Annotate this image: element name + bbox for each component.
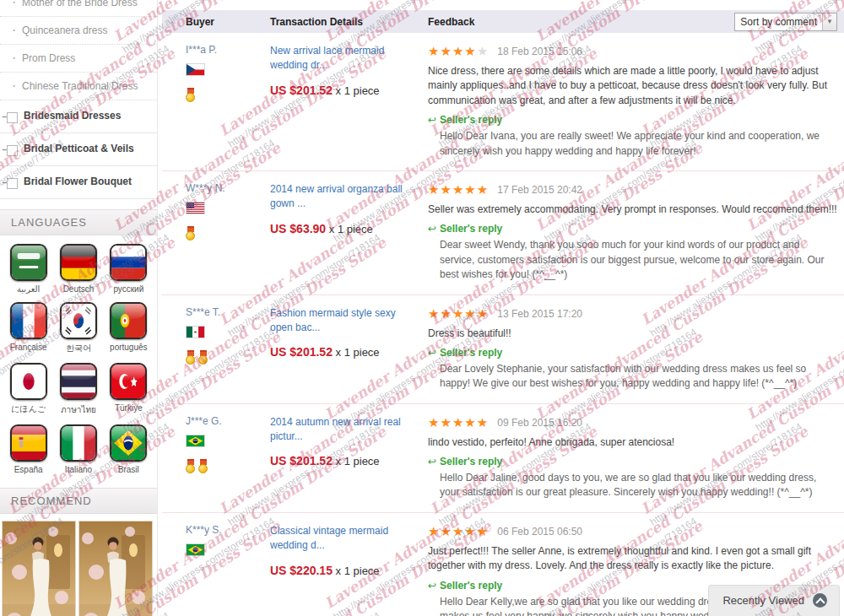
feedback-date: 18 Feb 2015 15:06 xyxy=(497,46,582,57)
buyer-medals xyxy=(186,459,270,473)
buyer-name-link[interactable]: S***e T. xyxy=(186,306,270,318)
language-label: русский xyxy=(113,284,143,294)
collapse-icon[interactable] xyxy=(7,112,18,123)
sidebar: Mother of the Bride DressQuinceanera dre… xyxy=(0,0,158,616)
header-transaction: Transaction Details xyxy=(270,16,428,28)
star-filled-icon: ★ xyxy=(452,182,463,197)
language-option-kr[interactable]: 한국어 xyxy=(53,302,103,354)
seller-reply-text: Dear Lovely Stephanie, your satisfaction… xyxy=(440,362,844,392)
sidebar-category-item[interactable]: Bridal Petticoat & Veils xyxy=(0,133,157,166)
star-rating: ★★★★★ xyxy=(428,524,489,539)
language-label: ภาษาไทย xyxy=(61,403,96,416)
buyer-name-link[interactable]: I***a P. xyxy=(186,44,270,56)
feedback-row: W***y N. 2014 new arrival organza ball g… xyxy=(162,171,844,295)
feedback-row: I***a P. New arrival lace mermaid weddin… xyxy=(162,33,844,171)
star-filled-icon: ★ xyxy=(428,44,439,58)
sidebar-category-label: Mother of the Bride Dress xyxy=(22,0,138,8)
product-link[interactable]: Classical vintage mermaid wedding d... xyxy=(270,524,415,554)
star-filled-icon: ★ xyxy=(464,415,475,430)
recommend-product-image[interactable]: LAVENDER xyxy=(78,521,153,616)
sidebar-category-item[interactable]: Bridal Flower Bouquet xyxy=(0,166,157,199)
language-option-br[interactable]: Brasil xyxy=(104,424,154,474)
language-option-de[interactable]: Deutsch xyxy=(53,244,103,294)
buyer-country-flag-icon xyxy=(186,543,205,556)
seller-reply-line: Seller's reply xyxy=(428,223,844,235)
buyer-name-link[interactable]: K***y S. xyxy=(186,524,270,536)
star-filled-icon: ★ xyxy=(428,524,439,538)
product-link[interactable]: Fashion mermaid style sexy open bac... xyxy=(270,306,415,336)
sort-by-comment-dropdown[interactable]: Sort by comment xyxy=(734,13,837,31)
buyer-name-link[interactable]: W***y N. xyxy=(186,182,270,194)
sort-dropdown-value: Sort by comment xyxy=(735,16,822,28)
star-filled-icon: ★ xyxy=(464,306,475,321)
seller-reply-label: Seller's reply xyxy=(440,347,502,359)
sidebar-category-item[interactable]: Prom Dress xyxy=(0,45,157,73)
medal-icon xyxy=(186,226,195,240)
star-filled-icon: ★ xyxy=(452,524,463,538)
feedback-date: 13 Feb 2015 17:20 xyxy=(497,308,582,320)
feedback-comment: Just perfect!!! The seller Anne, is extr… xyxy=(428,544,844,574)
language-option-fr[interactable]: Française xyxy=(3,302,53,354)
sidebar-category-item[interactable]: Chinese Traditional Dress xyxy=(0,73,157,100)
language-label: português xyxy=(110,343,147,352)
recently-viewed-button[interactable]: Recently Viewed xyxy=(708,585,840,616)
language-option-jp[interactable]: にほんご xyxy=(3,363,53,416)
recommend-product-image[interactable]: LAVENDER xyxy=(2,521,76,616)
sidebar-category-item[interactable]: Quinceanera dress xyxy=(0,17,157,45)
buyer-medals xyxy=(186,350,270,365)
star-filled-icon: ★ xyxy=(464,182,475,197)
language-option-ru[interactable]: русский xyxy=(104,244,154,294)
buyer-country-flag-icon xyxy=(186,435,205,447)
star-filled-icon: ★ xyxy=(428,415,439,430)
jp-flag-icon xyxy=(10,363,47,400)
language-label: Deutsch xyxy=(63,284,95,294)
collapse-icon[interactable] xyxy=(7,178,18,189)
sidebar-category-item[interactable]: Mother of the Bride Dress xyxy=(0,0,157,17)
reply-arrow-icon xyxy=(428,223,436,235)
price-value: US $201.52 xyxy=(270,84,333,97)
language-label: Française xyxy=(10,343,47,352)
buyer-medals xyxy=(186,88,270,102)
product-link[interactable]: 2014 new arrival organza ball gown ... xyxy=(270,182,415,212)
languages-header: LANGUAGES xyxy=(0,209,157,235)
sidebar-category-label: Bridal Petticoat & Veils xyxy=(24,143,134,154)
star-rating: ★★★★★ xyxy=(428,182,489,197)
store-feedback-page: Mother of the Bride DressQuinceanera dre… xyxy=(0,0,844,616)
buyer-medals xyxy=(186,226,270,240)
language-option-es[interactable]: España xyxy=(3,424,53,474)
tr-flag-icon xyxy=(110,363,147,400)
buyer-country-flag-icon xyxy=(186,202,205,214)
header-feedback: Feedback xyxy=(428,16,474,28)
feedback-row: S***e T. Fashion mermaid style sexy open… xyxy=(162,295,844,404)
sidebar-category-label: Prom Dress xyxy=(22,52,75,64)
seller-reply-line: Seller's reply xyxy=(428,347,844,359)
quantity-text: x 1 piece xyxy=(326,223,373,235)
seller-reply-label: Seller's reply xyxy=(440,580,502,592)
language-option-tr[interactable]: Türkiye xyxy=(104,363,154,416)
buyer-name-link[interactable]: J***e G. xyxy=(186,415,270,427)
fr-flag-icon xyxy=(10,302,47,339)
product-link[interactable]: New arrival lace mermaid wedding dr... xyxy=(270,44,415,73)
product-link[interactable]: 2014 autumn new arrival real pictur... xyxy=(270,415,415,445)
price-line: US $201.52 x 1 piece xyxy=(270,345,428,359)
language-option-it[interactable]: Italiano xyxy=(53,424,103,474)
collapse-icon[interactable] xyxy=(7,145,18,156)
language-label: España xyxy=(14,465,43,474)
star-filled-icon: ★ xyxy=(452,44,463,58)
it-flag-icon xyxy=(60,424,97,462)
sidebar-category-label: Chinese Traditional Dress xyxy=(22,80,138,92)
sidebar-category-item[interactable]: Bridesmaid Dresses xyxy=(0,100,157,133)
star-filled-icon: ★ xyxy=(440,306,451,321)
price-line: US $220.15 x 1 piece xyxy=(270,564,428,577)
quantity-text: x 1 piece xyxy=(333,84,380,97)
language-option-pt[interactable]: português xyxy=(104,302,154,354)
language-label: にほんご xyxy=(11,403,46,415)
chevron-down-icon xyxy=(822,14,836,30)
feedback-date: 17 Feb 2015 20:42 xyxy=(497,184,582,196)
feedback-comment: lindo vestido, perfeito! Anne obrigada, … xyxy=(428,435,844,450)
seller-reply-line: Seller's reply xyxy=(428,114,844,126)
reply-arrow-icon xyxy=(428,456,436,467)
language-option-sa[interactable]: العربية xyxy=(3,244,53,294)
feedback-comment: Seller was extremely accommodating. Very… xyxy=(428,203,844,217)
language-option-th[interactable]: ภาษาไทย xyxy=(53,363,103,416)
